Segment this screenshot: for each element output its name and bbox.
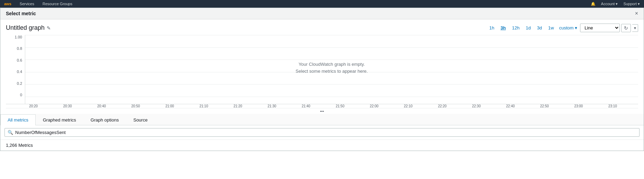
tabs-bar: All metricsGraphed metricsGraph optionsS… bbox=[0, 114, 644, 125]
time-controls: 1h 3h 12h 1d 3d 1w custom ▾ Line Stacked… bbox=[487, 24, 638, 32]
nav-right: 🔔 Account ▾ Support ▾ bbox=[591, 2, 640, 6]
refresh-dropdown-button[interactable]: ▾ bbox=[632, 24, 638, 32]
graph-title-text: Untitled graph bbox=[6, 24, 45, 32]
time-1h-button[interactable]: 1h bbox=[487, 25, 497, 31]
x-label: 23:00 bbox=[570, 104, 587, 108]
resource-groups-nav[interactable]: Resource Groups bbox=[43, 2, 72, 6]
x-axis: 20:2020:2520:3020:3520:4020:4520:5020:55… bbox=[6, 104, 638, 108]
grid-line-2 bbox=[25, 47, 638, 48]
x-label: 21:10 bbox=[195, 104, 212, 108]
x-label: 21:50 bbox=[332, 104, 348, 108]
chart-area: 1.00 0.8 0.6 0.4 0.2 0 Your CloudWatch g… bbox=[6, 35, 638, 104]
y-axis: 1.00 0.8 0.6 0.4 0.2 0 bbox=[6, 35, 25, 104]
x-label: 21:00 bbox=[161, 104, 178, 108]
y-label-06: 0.6 bbox=[17, 58, 22, 62]
graph-title-group: Untitled graph ✎ bbox=[6, 24, 51, 32]
x-label: 20:50 bbox=[127, 104, 144, 108]
modal-header: Select metric × bbox=[0, 8, 644, 19]
top-navigation: aws Services Resource Groups 🔔 Account ▾… bbox=[0, 0, 644, 8]
time-1d-button[interactable]: 1d bbox=[523, 25, 533, 31]
grid-line-3 bbox=[25, 60, 638, 60]
x-label: 22:10 bbox=[400, 104, 417, 108]
y-label-04: 0.4 bbox=[17, 70, 22, 74]
x-label: 22:50 bbox=[536, 104, 553, 108]
modal-close-button[interactable]: × bbox=[635, 11, 638, 16]
x-label: 22:20 bbox=[434, 104, 451, 108]
graph-title-row: Untitled graph ✎ 1h 3h 12h 1d 3d 1w cust… bbox=[6, 24, 638, 32]
refresh-button[interactable]: ↻ bbox=[621, 24, 631, 32]
x-label: 22:00 bbox=[366, 104, 383, 108]
x-label: 20:30 bbox=[59, 104, 76, 108]
services-nav[interactable]: Services bbox=[20, 2, 34, 6]
y-label-100: 1.00 bbox=[15, 35, 22, 39]
chart-empty-line2: Select some metrics to appear here. bbox=[296, 68, 368, 75]
x-label: 21:30 bbox=[263, 104, 280, 108]
graph-container: Untitled graph ✎ 1h 3h 12h 1d 3d 1w cust… bbox=[0, 19, 644, 114]
chart-empty-line1: Your CloudWatch graph is empty. bbox=[296, 61, 368, 68]
expand-row: ••• bbox=[6, 108, 638, 114]
y-label-0: 0 bbox=[20, 93, 22, 97]
search-input[interactable] bbox=[15, 130, 636, 135]
time-12h-button[interactable]: 12h bbox=[510, 25, 522, 31]
time-1w-button[interactable]: 1w bbox=[546, 25, 557, 31]
x-label: 22:40 bbox=[502, 104, 519, 108]
y-label-08: 0.8 bbox=[17, 46, 22, 51]
tab-source[interactable]: Source bbox=[126, 114, 155, 125]
time-custom-dropdown[interactable]: custom ▾ bbox=[558, 25, 579, 31]
tab-all-metrics[interactable]: All metrics bbox=[0, 114, 36, 125]
x-label: 20:20 bbox=[25, 104, 42, 108]
chart-plot: Your CloudWatch graph is empty. Select s… bbox=[25, 35, 638, 104]
modal-title: Select metric bbox=[6, 11, 36, 16]
grid-line-1 bbox=[25, 35, 638, 35]
aws-logo: aws bbox=[4, 2, 11, 6]
region-selector[interactable]: Support ▾ bbox=[623, 2, 640, 6]
tab-graph-options[interactable]: Graph options bbox=[83, 114, 126, 125]
search-input-wrap: 🔍 bbox=[4, 128, 640, 137]
x-label: 22:30 bbox=[468, 104, 485, 108]
search-row: 🔍 bbox=[0, 125, 644, 140]
x-label: 21:20 bbox=[229, 104, 246, 108]
expand-button[interactable]: ••• bbox=[320, 109, 324, 113]
account-name[interactable]: Account ▾ bbox=[601, 2, 618, 6]
time-3d-button[interactable]: 3d bbox=[534, 25, 544, 31]
chart-type-select[interactable]: Line Stacked area Number bbox=[580, 24, 620, 32]
edit-title-icon[interactable]: ✎ bbox=[47, 25, 51, 31]
grid-line-5 bbox=[25, 84, 638, 84]
grid-line-6 bbox=[25, 97, 638, 97]
x-label: 20:40 bbox=[93, 104, 110, 108]
y-label-02: 0.2 bbox=[17, 81, 22, 86]
notifications[interactable]: 🔔 bbox=[591, 2, 596, 6]
search-icon: 🔍 bbox=[8, 130, 13, 135]
metrics-count: 1,266 Metrics bbox=[0, 140, 644, 151]
x-label: 23:10 bbox=[604, 104, 621, 108]
tab-graphed-metrics[interactable]: Graphed metrics bbox=[36, 114, 83, 125]
chart-empty-message: Your CloudWatch graph is empty. Select s… bbox=[296, 61, 368, 75]
time-3h-button[interactable]: 3h bbox=[498, 25, 508, 31]
x-label: 21:40 bbox=[298, 104, 315, 108]
select-metric-modal: Select metric × Untitled graph ✎ 1h 3h 1… bbox=[0, 8, 644, 151]
